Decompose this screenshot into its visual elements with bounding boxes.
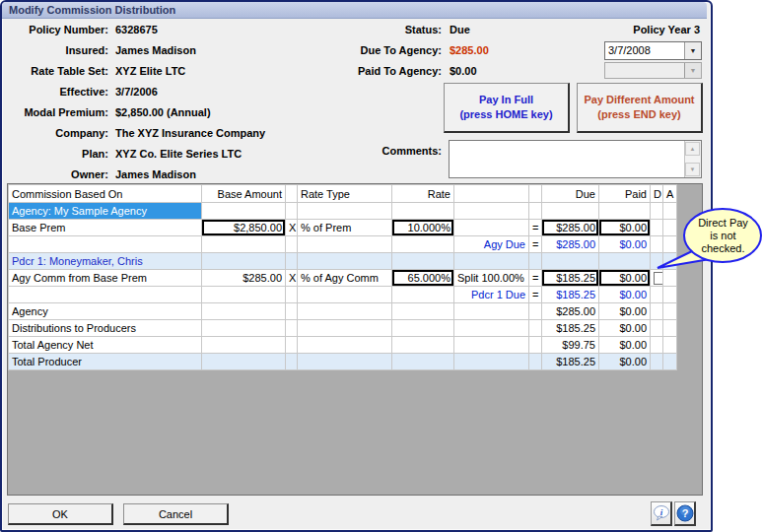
amount-input-cell[interactable]: $2,850.00 <box>202 220 286 236</box>
due-to-agency-label: Due To Agency: <box>325 44 442 56</box>
modal-premium-value: $2,850.00 (Annual) <box>115 106 211 118</box>
table-cell <box>454 337 529 354</box>
table-cell: Pdcr 1: Moneymaker, Chris <box>9 253 202 270</box>
amount-input-cell[interactable]: $285.00 <box>542 220 599 236</box>
rate-table-set-value: XYZ Elite LTC <box>115 65 185 77</box>
status-label: Status: <box>325 24 442 35</box>
table-cell: $185.25 <box>542 287 599 303</box>
table-cell <box>202 253 286 270</box>
info-button[interactable]: i <box>651 501 672 526</box>
table-cell: X <box>286 270 298 287</box>
table-row: Total Agency Net$99.75$0.00 <box>9 337 677 354</box>
table-cell: % of Prem <box>298 220 392 236</box>
secondary-select[interactable]: ▼ <box>604 62 702 79</box>
table-cell: $185.25 <box>542 320 599 337</box>
chevron-down-icon[interactable]: ▼ <box>684 42 701 59</box>
table-cell: = <box>529 236 542 253</box>
table-cell: Distributions to Producers <box>9 320 202 337</box>
table-cell: $0.00 <box>599 320 651 337</box>
table-cell <box>663 320 677 337</box>
table-row: Agy Comm from Base Prem$285.00X% of Agy … <box>9 270 677 287</box>
table-cell: Pdcr 1 Due <box>454 287 529 303</box>
pay-in-full-line1: Pay In Full <box>479 93 533 107</box>
table-cell: Agency: My Sample Agency <box>9 203 202 220</box>
comments-textarea[interactable]: ▲ ▼ <box>449 140 702 178</box>
paid-to-agency-label: Paid To Agency: <box>325 65 442 77</box>
table-cell <box>529 337 542 354</box>
table-cell <box>286 236 298 253</box>
insured-label: Insured: <box>8 44 108 56</box>
effective-label: Effective: <box>8 86 108 98</box>
table-cell: $0.00 <box>599 303 651 320</box>
owner-label: Owner: <box>8 168 108 180</box>
table-cell <box>392 287 454 303</box>
cancel-button-label: Cancel <box>159 508 192 520</box>
amount-input-cell[interactable]: 65.000% <box>392 270 454 287</box>
table-cell <box>454 303 529 320</box>
callout-line1: Direct Pay <box>684 217 762 230</box>
table-cell: X <box>286 220 298 236</box>
title-bar[interactable]: Modify Commission Distribution <box>2 2 707 19</box>
table-cell <box>663 337 677 354</box>
comments-label: Comments: <box>325 145 442 157</box>
table-cell: $185.25 <box>542 354 599 370</box>
rate-table-set-label: Rate Table Set: <box>8 65 108 77</box>
table-row: Agency: My Sample Agency <box>9 203 677 220</box>
table-cell <box>392 320 454 337</box>
table-cell: = <box>529 220 542 236</box>
window-title: Modify Commission Distribution <box>9 4 175 16</box>
table-cell <box>651 287 663 303</box>
table-cell <box>454 354 529 370</box>
table-row: Pdcr 1 Due=$185.25$0.00 <box>9 287 677 303</box>
scroll-up-icon[interactable]: ▲ <box>685 142 700 156</box>
table-cell <box>392 337 454 354</box>
due-to-agency-value: $285.00 <box>450 44 489 56</box>
table-cell <box>202 303 286 320</box>
table-cell: $0.00 <box>599 287 651 303</box>
ok-button[interactable]: OK <box>8 503 113 525</box>
scroll-down-icon[interactable]: ▼ <box>685 163 700 176</box>
table-cell <box>529 354 542 370</box>
pay-different-line2: (press END key) <box>597 107 680 122</box>
company-label: Company: <box>8 127 108 139</box>
table-cell <box>454 220 529 236</box>
help-button[interactable]: ? <box>674 501 696 526</box>
policy-date-value: 3/7/2008 <box>608 44 651 56</box>
table-cell: = <box>529 287 542 303</box>
table-cell <box>286 253 298 270</box>
pay-in-full-button[interactable]: Pay In Full (press HOME key) <box>444 83 570 133</box>
table-cell <box>286 203 298 220</box>
policy-year-label: Policy Year 3 <box>552 24 700 35</box>
table-cell <box>298 320 392 337</box>
table-cell: % of Agy Comm <box>298 270 392 287</box>
table-cell <box>286 303 298 320</box>
table-cell <box>202 354 286 370</box>
pay-different-amount-button[interactable]: Pay Different Amount (press END key) <box>577 83 703 133</box>
table-cell: $0.00 <box>599 354 651 370</box>
column-header: Rate Type <box>298 185 392 203</box>
table-cell <box>529 320 542 337</box>
table-cell <box>651 337 663 354</box>
table-cell <box>202 287 286 303</box>
pay-in-full-line2: (press HOME key) <box>459 107 552 122</box>
info-balloon-icon: i <box>653 504 670 522</box>
table-cell: Split 100.00% <box>454 270 529 287</box>
table-cell <box>298 236 392 253</box>
table-row: Pdcr 1: Moneymaker, Chris <box>9 253 677 270</box>
table-cell: $285.00 <box>542 303 599 320</box>
chevron-down-icon: ▼ <box>684 63 701 78</box>
column-header: Base Amount <box>202 185 286 203</box>
table-cell: Total Producer <box>9 354 202 370</box>
table-cell <box>298 337 392 354</box>
column-header: Due <box>542 185 599 203</box>
amount-input-cell[interactable]: 10.000% <box>392 220 454 236</box>
amount-input-cell[interactable]: $185.25 <box>542 270 599 287</box>
comments-scrollbar[interactable]: ▲ ▼ <box>684 141 701 177</box>
table-cell <box>286 320 298 337</box>
table-cell <box>663 303 677 320</box>
table-cell <box>392 253 454 270</box>
table-cell <box>298 354 392 370</box>
policy-date-select[interactable]: 3/7/2008 ▼ <box>604 41 702 60</box>
callout-line3: checked. <box>684 242 762 255</box>
cancel-button[interactable]: Cancel <box>123 503 229 525</box>
